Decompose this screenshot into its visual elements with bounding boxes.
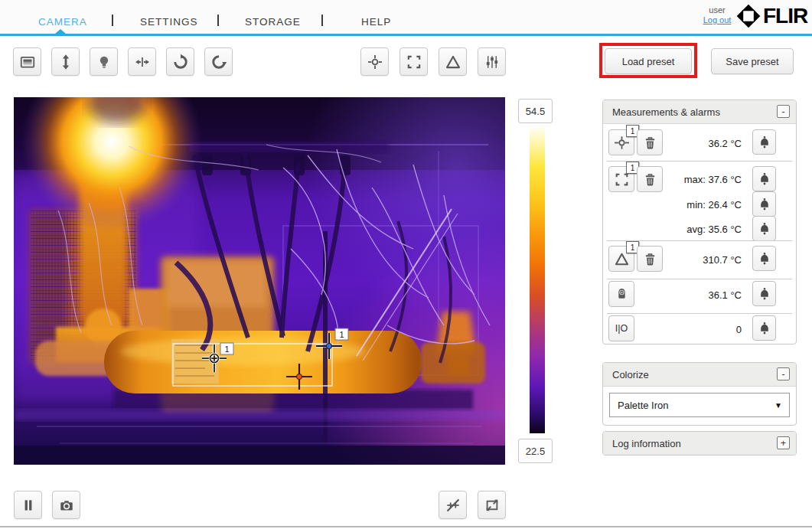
sliders-icon — [484, 54, 501, 70]
delta-row-icon-button[interactable]: 1 — [608, 246, 634, 272]
box-max-alarm-button[interactable] — [752, 166, 776, 191]
spot-alarm-button[interactable] — [752, 129, 776, 155]
lamp-button[interactable] — [90, 47, 118, 76]
save-preset-label: Save preset — [726, 56, 778, 67]
delta-temp-value: 310.7 °C — [703, 254, 742, 266]
scale-min-field[interactable]: 22.5 — [518, 439, 553, 463]
lamp-icon — [96, 54, 113, 70]
add-delta-button[interactable] — [439, 47, 467, 76]
tab-help[interactable]: HELP — [361, 16, 391, 28]
colorize-panel-title: Colorize — [612, 369, 649, 380]
flir-camera-web-app: CAMERA SETTINGS STORAGE HELP user Log ou… — [0, 0, 812, 529]
colorize-panel-header[interactable]: Colorize - — [603, 363, 796, 387]
snapshot-button[interactable] — [52, 491, 80, 519]
box-max-value: max: 37.6 °C — [684, 174, 742, 185]
tab-separator — [112, 15, 113, 26]
area-box-icon — [406, 54, 422, 70]
horizontal-arrows-icon — [134, 54, 151, 70]
logout-link[interactable]: Log out — [698, 15, 736, 24]
log-information-panel: Log information + — [602, 431, 797, 456]
collapse-button[interactable]: - — [777, 105, 790, 118]
box-min-alarm-button[interactable] — [752, 191, 776, 217]
top-navigation: CAMERA SETTINGS STORAGE HELP user Log ou… — [0, 0, 812, 34]
palette-select[interactable]: Palette Iron ▼ — [609, 393, 790, 417]
io-alarm-button[interactable] — [752, 315, 776, 341]
image-settings-button[interactable] — [478, 47, 506, 76]
expand-button[interactable]: + — [777, 436, 790, 449]
box-avg-value: avg: 35.6 °C — [686, 224, 742, 235]
delta-icon — [445, 54, 461, 70]
tab-separator — [321, 15, 323, 26]
collapse-button[interactable]: - — [777, 367, 790, 380]
trash-icon — [642, 171, 658, 188]
focus-button[interactable] — [128, 47, 156, 76]
flir-diamond-icon — [736, 4, 761, 28]
rotate-icon — [172, 54, 189, 70]
palette-select-value: Palette Iron — [618, 400, 774, 411]
hide-overlay-button[interactable] — [439, 491, 467, 519]
trash-icon — [642, 135, 658, 151]
delta-alarm-button[interactable] — [752, 246, 776, 271]
nav-underline — [0, 34, 812, 36]
row-divider — [607, 313, 792, 314]
measurements-panel: Measurements & alarms - 1 36.2 °C — [602, 100, 797, 345]
palette-window-icon — [19, 54, 36, 70]
thermal-scene: 1 1 — [14, 97, 505, 465]
camera-icon — [58, 497, 75, 514]
pause-icon — [20, 497, 37, 514]
thermal-live-image[interactable]: 1 1 — [14, 97, 505, 465]
add-area-button[interactable] — [399, 47, 428, 76]
tab-settings[interactable]: SETTINGS — [140, 16, 198, 28]
brand-text: FLIR — [763, 4, 807, 28]
io-icon: I|O — [615, 323, 628, 334]
fullscreen-icon — [484, 497, 501, 514]
spot-meter-icon — [367, 54, 383, 70]
bell-icon — [757, 251, 772, 266]
chevron-down-icon: ▼ — [774, 401, 782, 410]
temperature-scale-bar[interactable] — [530, 128, 545, 433]
bottom-divider — [0, 526, 812, 527]
nuc-calibrate-button[interactable] — [166, 47, 194, 76]
spot-delete-button[interactable] — [637, 129, 663, 155]
spot-row-icon-button[interactable]: 1 — [608, 129, 634, 155]
load-preset-label: Load preset — [622, 56, 675, 67]
rotate-image-button[interactable] — [204, 47, 233, 76]
measurements-panel-header[interactable]: Measurements & alarms - — [603, 100, 796, 124]
bell-icon — [757, 221, 772, 237]
camera-temp-alarm-button[interactable] — [752, 281, 776, 306]
flir-logo: FLIR — [736, 4, 807, 28]
camera-housing-icon — [614, 286, 630, 302]
bell-icon — [757, 197, 772, 212]
io-value: 0 — [736, 324, 742, 335]
scale-max-field[interactable]: 54.5 — [518, 99, 553, 123]
spot-marker-badge: 1 — [224, 345, 229, 354]
box-marker-badge: 1 — [339, 330, 344, 339]
log-panel-title: Log information — [612, 438, 681, 449]
measurements-panel-title: Measurements & alarms — [612, 106, 720, 118]
palette-window-button[interactable] — [13, 47, 41, 76]
add-spot-button[interactable] — [360, 47, 389, 76]
pause-stream-button[interactable] — [14, 491, 42, 519]
tab-storage[interactable]: STORAGE — [245, 16, 301, 28]
box-delete-button[interactable] — [637, 166, 663, 192]
user-label: user — [698, 5, 736, 15]
log-panel-header[interactable]: Log information + — [603, 432, 796, 455]
digital-io-icon-button[interactable]: I|O — [608, 315, 634, 341]
tab-camera[interactable]: CAMERA — [38, 16, 87, 28]
bell-icon — [757, 321, 772, 336]
box-avg-alarm-button[interactable] — [752, 216, 776, 241]
colorize-panel: Colorize - Palette Iron ▼ — [602, 362, 797, 426]
camera-temp-icon-button[interactable] — [608, 281, 634, 307]
load-preset-button[interactable]: Load preset — [605, 48, 692, 74]
user-box: user Log out — [698, 5, 736, 24]
bell-icon — [757, 286, 772, 302]
fullscreen-button[interactable] — [478, 491, 506, 519]
spot-temp-value: 36.2 °C — [708, 138, 742, 149]
save-preset-button[interactable]: Save preset — [711, 48, 794, 74]
bell-icon — [757, 171, 772, 187]
vertical-arrows-icon — [57, 54, 74, 70]
hide-overlay-icon — [445, 497, 461, 514]
delta-delete-button[interactable] — [637, 246, 663, 272]
box-row-icon-button[interactable]: 1 — [608, 166, 634, 192]
auto-adjust-button[interactable] — [51, 47, 80, 76]
